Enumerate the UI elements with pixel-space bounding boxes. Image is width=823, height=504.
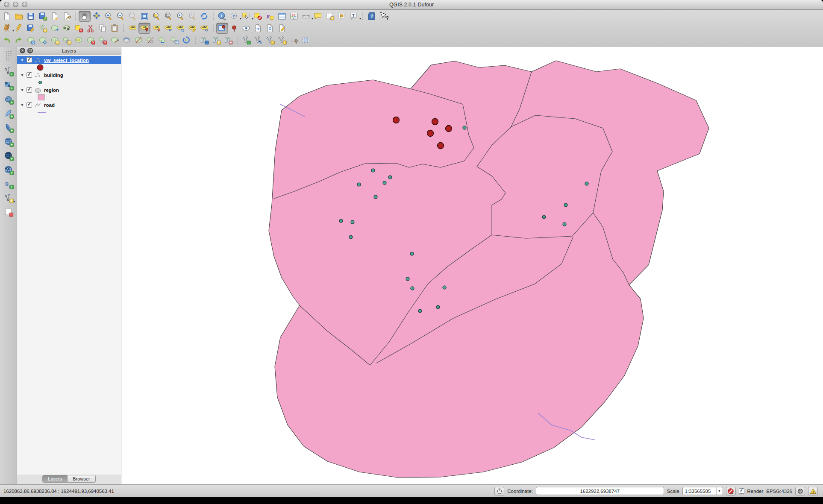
- layer-expander-icon[interactable]: ▼: [20, 88, 24, 92]
- add-ring-button[interactable]: ✻: [49, 35, 61, 46]
- delete-ring-button[interactable]: ✕: [85, 35, 97, 46]
- cut-features-button[interactable]: [85, 23, 97, 34]
- new-shapefile-layer-dropdown-icon[interactable]: ▾: [13, 199, 15, 203]
- layer-visibility-checkbox[interactable]: [26, 57, 32, 63]
- measure-button[interactable]: ▾: [300, 11, 312, 22]
- add-wcs-layer-button[interactable]: +: [2, 149, 15, 163]
- minimize-button[interactable]: [13, 2, 18, 7]
- open-project-button[interactable]: [13, 11, 25, 22]
- checkin-layer-button[interactable]: [252, 35, 264, 46]
- label-properties-button[interactable]: abc: [198, 23, 210, 34]
- redo-button[interactable]: [13, 35, 25, 46]
- layer-visibility-checkbox[interactable]: [26, 102, 32, 108]
- add-postgis-layer-button[interactable]: +: [2, 92, 15, 106]
- tab-browser[interactable]: Browser: [68, 475, 95, 483]
- layer-row-building[interactable]: ▼building: [17, 71, 121, 79]
- zoom-last-button[interactable]: [174, 11, 186, 22]
- offset-curve-button[interactable]: [121, 35, 132, 46]
- messages-button[interactable]: !: [808, 487, 818, 495]
- layer-row-vw_select_location[interactable]: ▼vw_select_location: [17, 56, 121, 64]
- copy-features-button[interactable]: [97, 23, 109, 34]
- georeferencer-button[interactable]: G: [264, 23, 276, 34]
- new-bookmark-button[interactable]: ★: [324, 11, 336, 22]
- reshape-features-button[interactable]: [109, 35, 121, 46]
- merge-features-button[interactable]: [156, 35, 168, 46]
- layer-row-road[interactable]: ▼road: [17, 101, 121, 109]
- add-spatialite-layer-button[interactable]: +: [2, 106, 15, 120]
- add-feature-button[interactable]: ✻: [37, 23, 49, 34]
- tab-layers[interactable]: Layers: [42, 475, 68, 483]
- new-shapefile-layer-button[interactable]: ✻▾: [2, 191, 15, 205]
- save-layer-edits-button[interactable]: [25, 23, 37, 34]
- show-bookmarks-button[interactable]: [336, 11, 348, 22]
- feature-location-view-button[interactable]: [216, 23, 228, 34]
- zoom-to-layer-button[interactable]: [162, 11, 174, 22]
- layers-panel-header[interactable]: ✕ ❐ Layers: [17, 47, 121, 55]
- layer-expander-icon[interactable]: ▼: [20, 73, 24, 77]
- export-event-data-button[interactable]: [252, 23, 264, 34]
- osm-export-button[interactable]: −: [222, 35, 234, 46]
- scale-dropdown-icon[interactable]: ▼: [716, 487, 723, 495]
- new-composer-button[interactable]: ★: [49, 11, 61, 22]
- refresh-map-button[interactable]: [198, 11, 210, 22]
- event-browser-button[interactable]: [240, 23, 252, 34]
- layer-visibility-checkbox[interactable]: [26, 87, 32, 93]
- zoom-next-button[interactable]: [186, 11, 198, 22]
- layer-visibility-checkbox[interactable]: [26, 72, 32, 78]
- open-attribute-table-button[interactable]: [276, 11, 288, 22]
- rotate-label-button[interactable]: abc: [174, 23, 186, 34]
- text-annotation-button[interactable]: T▾: [348, 11, 360, 22]
- paste-features-button[interactable]: [109, 23, 121, 34]
- delete-part-button[interactable]: ✕: [97, 35, 109, 46]
- pan-map-button[interactable]: [79, 11, 91, 22]
- event-marker-button[interactable]: [228, 23, 240, 34]
- crs-status-button[interactable]: [795, 487, 805, 495]
- pan-to-selection-button[interactable]: [91, 11, 103, 22]
- highlight-pinned-labels-button[interactable]: ab: [150, 23, 162, 34]
- layer-expander-icon[interactable]: ▼: [20, 103, 24, 107]
- toggle-editing-button[interactable]: [13, 23, 25, 34]
- scale-combo[interactable]: 1:33565585 ▼: [682, 487, 723, 495]
- layer-symbol-vw_select_location[interactable]: [17, 64, 121, 71]
- zoom-full-button[interactable]: [138, 11, 150, 22]
- rotate-point-symbols-button[interactable]: [180, 35, 192, 46]
- osm-import-button[interactable]: ✻: [210, 35, 222, 46]
- deselect-features-button[interactable]: [252, 11, 264, 22]
- labeling-button[interactable]: abc: [126, 23, 138, 34]
- text-annotation-dropdown-icon[interactable]: ▾: [359, 17, 361, 21]
- composer-manager-button[interactable]: [61, 11, 73, 22]
- title-bar[interactable]: QGIS 2.0.1-Dufour: [0, 0, 823, 10]
- select-by-expression-button[interactable]: ε: [264, 11, 276, 22]
- layer-row-region[interactable]: ▼region: [17, 86, 121, 94]
- sync-layer-button[interactable]: ✓: [264, 35, 276, 46]
- zoom-in-button[interactable]: [103, 11, 115, 22]
- move-label-button[interactable]: abc: [162, 23, 174, 34]
- statistical-summary-button[interactable]: [288, 11, 300, 22]
- simplify-feature-button[interactable]: [37, 35, 49, 46]
- map-view[interactable]: [121, 47, 823, 484]
- run-feature-action-button[interactable]: ▾: [228, 11, 240, 22]
- coordinate-input[interactable]: 1622922,6938747: [536, 487, 664, 495]
- layer-symbol-road[interactable]: [17, 109, 121, 116]
- help-contents-button[interactable]: ?: [366, 11, 378, 22]
- map-tips-button[interactable]: [312, 11, 324, 22]
- zoom-native-button[interactable]: 1:1: [126, 11, 138, 22]
- select-features-button[interactable]: ▾: [240, 11, 252, 22]
- split-parts-button[interactable]: [144, 35, 156, 46]
- stop-render-button[interactable]: [726, 487, 736, 495]
- add-oracle-layer-button[interactable]: 9,+: [2, 177, 15, 191]
- layer-symbol-building[interactable]: [17, 79, 121, 86]
- toolbar-drag-handle[interactable]: [6, 50, 12, 62]
- identify-features-button[interactable]: i: [216, 11, 228, 22]
- add-part-button[interactable]: ✻: [61, 35, 73, 46]
- add-vector-layer-button[interactable]: +: [2, 64, 15, 78]
- save-project-button[interactable]: [25, 11, 37, 22]
- zoom-window-button[interactable]: [22, 2, 27, 7]
- split-features-button[interactable]: [132, 35, 144, 46]
- layer-symbol-region[interactable]: [17, 94, 121, 101]
- node-tool-button[interactable]: [61, 23, 73, 34]
- remove-layer-button[interactable]: −: [2, 205, 15, 219]
- close-button[interactable]: [4, 2, 9, 7]
- panel-close-icon[interactable]: ✕: [20, 48, 25, 53]
- add-mssql-layer-button[interactable]: +: [2, 120, 15, 135]
